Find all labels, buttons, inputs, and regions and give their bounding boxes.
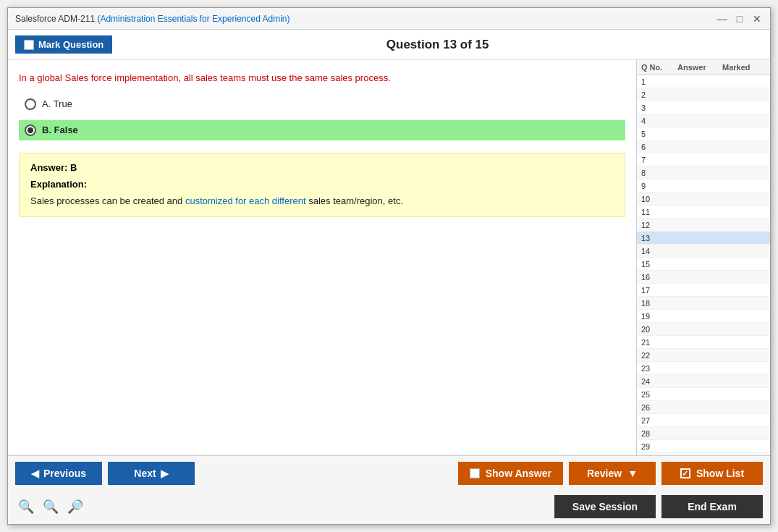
sidebar-row[interactable]: 18 <box>637 297 770 310</box>
sidebar-row[interactable]: 5 <box>637 127 770 140</box>
next-label: Next <box>134 468 156 479</box>
sidebar-row[interactable]: 17 <box>637 284 770 297</box>
show-list-button[interactable]: ✓ Show List <box>661 462 763 485</box>
end-exam-button[interactable]: End Exam <box>661 495 763 518</box>
previous-button[interactable]: ◀ Previous <box>15 462 102 485</box>
sidebar-row[interactable]: 6 <box>637 140 770 153</box>
title-bar: Salesforce ADM-211 (Administration Essen… <box>8 8 770 30</box>
sidebar-row-no: 14 <box>641 247 677 256</box>
sidebar-row-no: 8 <box>641 169 677 177</box>
save-session-button[interactable]: Save Session <box>554 495 656 518</box>
sidebar-row[interactable]: 21 <box>637 336 770 349</box>
sidebar-row[interactable]: 16 <box>637 271 770 284</box>
sidebar-row-no: 25 <box>641 390 677 399</box>
window-title: Salesforce ADM-211 (Administration Essen… <box>15 14 290 24</box>
zoom-controls: 🔍 🔍 🔎 <box>15 497 86 516</box>
col-marked-header: Marked <box>722 63 766 72</box>
sidebar-row[interactable]: 7 <box>637 153 770 166</box>
mark-checkbox-icon <box>24 40 34 50</box>
sidebar-row[interactable]: 24 <box>637 375 770 388</box>
question-area: In a global Sales force implementation, … <box>8 60 636 455</box>
sidebar-row-no: 6 <box>641 143 677 151</box>
option-b[interactable]: B. False <box>19 120 625 140</box>
sidebar-row-no: 5 <box>641 130 677 138</box>
sidebar-row[interactable]: 2 <box>637 88 770 101</box>
show-answer-label: Show Answer <box>486 468 551 479</box>
sidebar-row[interactable]: 23 <box>637 362 770 375</box>
sidebar-row-no: 27 <box>641 416 677 425</box>
sidebar-row-no: 23 <box>641 364 677 373</box>
sidebar-list[interactable]: 1234567891011121314151617181920212223242… <box>637 75 770 455</box>
bottom-bar: ◀ Previous Next ▶ Show Answer Review ▼ ✓… <box>8 455 770 524</box>
sidebar-row[interactable]: 25 <box>637 388 770 401</box>
minimize-icon[interactable]: — <box>716 13 728 25</box>
sidebar-row[interactable]: 20 <box>637 323 770 336</box>
close-icon[interactable]: ✕ <box>751 13 763 25</box>
end-exam-label: End Exam <box>688 501 737 512</box>
main-content: In a global Sales force implementation, … <box>8 60 770 455</box>
previous-label: Previous <box>43 468 86 479</box>
mark-question-button[interactable]: Mark Question <box>15 35 112 54</box>
sidebar-row[interactable]: 12 <box>637 219 770 232</box>
explanation-highlight: customized for each different <box>185 195 306 206</box>
maximize-icon[interactable]: □ <box>734 13 745 25</box>
answer-box: Answer: B Explanation: Sales processes c… <box>19 153 625 218</box>
sidebar-row[interactable]: 10 <box>637 193 770 206</box>
sidebar-row-no: 18 <box>641 299 677 308</box>
zoom-in-button[interactable]: 🔎 <box>64 497 86 516</box>
action-row: 🔍 🔍 🔎 Save Session End Exam <box>8 491 770 524</box>
sidebar-row[interactable]: 28 <box>637 427 770 440</box>
answer-value: Answer: B <box>30 162 77 173</box>
sidebar-row[interactable]: 11 <box>637 206 770 219</box>
sidebar-row[interactable]: 29 <box>637 440 770 453</box>
sidebar-row-no: 22 <box>641 351 677 360</box>
zoom-reset-button[interactable]: 🔍 <box>40 497 62 516</box>
sidebar-row-no: 11 <box>641 208 677 216</box>
next-button[interactable]: Next ▶ <box>108 462 195 485</box>
window-controls: — □ ✕ <box>716 13 763 25</box>
sidebar-row-no: 12 <box>641 221 677 229</box>
options-list: A. True B. False <box>19 94 625 140</box>
sidebar-row-no: 15 <box>641 260 677 269</box>
mark-question-label: Mark Question <box>38 39 103 50</box>
sidebar-row-no: 10 <box>641 195 677 203</box>
sidebar-row[interactable]: 15 <box>637 258 770 271</box>
sidebar-row[interactable]: 27 <box>637 414 770 427</box>
review-button[interactable]: Review ▼ <box>569 462 656 485</box>
question-title: Question 13 of 15 <box>112 38 763 52</box>
col-qno-header: Q No. <box>641 63 677 72</box>
sidebar-row[interactable]: 13 <box>637 232 770 245</box>
review-label: Review <box>587 468 622 479</box>
sidebar-row-no: 21 <box>641 338 677 347</box>
sidebar-row-no: 9 <box>641 182 677 190</box>
zoom-out-button[interactable]: 🔍 <box>15 497 37 516</box>
sidebar-row[interactable]: 8 <box>637 166 770 180</box>
option-a[interactable]: A. True <box>19 94 625 114</box>
show-list-checkbox-icon: ✓ <box>680 468 690 478</box>
sidebar-row[interactable]: 19 <box>637 310 770 323</box>
sidebar-row-no: 26 <box>641 403 677 412</box>
sidebar-row[interactable]: 14 <box>637 245 770 258</box>
sidebar-row-no: 28 <box>641 429 677 438</box>
sidebar-row[interactable]: 4 <box>637 114 770 127</box>
sidebar-row-no: 20 <box>641 325 677 334</box>
option-a-label: A. True <box>42 98 72 109</box>
sidebar-header: Q No. Answer Marked <box>637 60 770 75</box>
sidebar-row-no: 24 <box>641 377 677 386</box>
radio-b <box>25 124 36 136</box>
show-answer-button[interactable]: Show Answer <box>458 462 563 485</box>
prev-arrow-icon: ◀ <box>31 468 39 479</box>
show-list-label: Show List <box>696 468 744 479</box>
sidebar-row[interactable]: 3 <box>637 101 770 114</box>
sidebar-row[interactable]: 22 <box>637 349 770 362</box>
sidebar-row[interactable]: 9 <box>637 180 770 193</box>
sidebar-row[interactable]: 26 <box>637 401 770 414</box>
app-window: Salesforce ADM-211 (Administration Essen… <box>7 7 771 525</box>
sidebar-row-no: 4 <box>641 117 677 125</box>
sidebar-row-no: 16 <box>641 273 677 282</box>
radio-a <box>25 98 36 110</box>
title-highlight: (Administration Essentials for Experienc… <box>97 14 289 24</box>
sidebar-row-no: 13 <box>641 234 677 242</box>
sidebar-row-no: 7 <box>641 156 677 164</box>
sidebar-row[interactable]: 1 <box>637 75 770 88</box>
